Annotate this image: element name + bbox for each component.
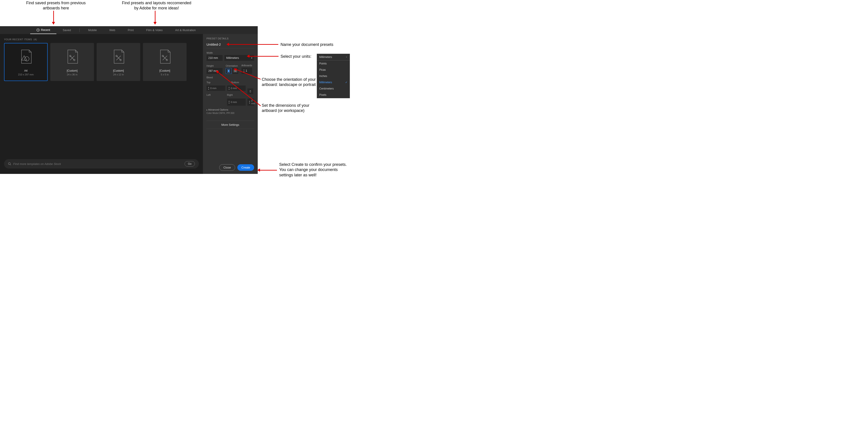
tab-film-video[interactable]: Film & Video — [140, 26, 169, 34]
tab-print[interactable]: Print — [122, 26, 140, 34]
tools-doc-icon — [112, 48, 125, 65]
tools-doc-icon — [66, 48, 79, 65]
card-name: [Custom] — [67, 69, 78, 72]
svg-marker-1 — [22, 56, 27, 60]
tab-art-illustration[interactable]: Art & Illustration — [169, 26, 202, 34]
check-icon: ✓ — [345, 81, 347, 84]
arrow-icon — [258, 170, 277, 171]
tab-mobile[interactable]: Mobile — [82, 26, 103, 34]
advanced-options-toggle[interactable]: ▸ Advanced Options — [207, 108, 254, 111]
search-icon — [8, 162, 11, 165]
section-title: YOUR RECENT ITEMS (4) — [4, 38, 199, 41]
units-dropdown: Millimeters ⌄ PointsPicasInchesMillimete… — [317, 54, 350, 98]
preset-card[interactable]: [Custom] 24 x 12 in — [97, 43, 140, 81]
stock-search-input[interactable] — [13, 162, 185, 165]
tools-doc-icon — [158, 48, 172, 65]
arrow-icon — [247, 56, 279, 57]
card-name: A4 — [24, 69, 28, 72]
tab-recent[interactable]: Recent — [30, 26, 56, 34]
arrow-icon — [216, 70, 260, 106]
card-name: [Custom] — [159, 69, 170, 72]
card-dims: 5 x 5 in — [161, 73, 169, 76]
units-option[interactable]: Millimeters✓ — [317, 79, 350, 86]
arrow-icon — [53, 11, 54, 24]
artboards-label: Artboards — [241, 64, 252, 67]
tab-saved[interactable]: Saved — [56, 26, 77, 34]
preset-card[interactable]: [Custom] 5 x 5 in — [143, 43, 187, 81]
category-tabs: Recent Saved Mobile Web Print Film & Vid… — [0, 26, 258, 34]
stock-search: Go — [4, 159, 199, 169]
annotation-saved: Find saved presets from previousartboard… — [20, 0, 92, 11]
height-label: Height — [207, 64, 223, 67]
panel-title: PRESET DETAILS — [207, 37, 254, 40]
svg-line-16 — [10, 164, 11, 165]
clock-icon — [36, 28, 40, 32]
orientation-label: Orientation — [226, 64, 238, 67]
arrow-icon — [227, 44, 278, 45]
go-button[interactable]: Go — [185, 161, 195, 166]
annotation-dimensions: Set the dimensions of your artboard (or … — [262, 103, 320, 114]
chevron-down-icon: ⌄ — [346, 56, 347, 59]
units-option[interactable]: Points — [317, 60, 350, 67]
card-dims: 24 x 36 in — [67, 73, 78, 76]
annotation-name: Name your document presets — [281, 42, 333, 47]
chevron-right-icon: ▸ — [207, 109, 208, 111]
annotation-orientation: Choose the orientation of your artboard:… — [262, 77, 318, 88]
units-option[interactable]: Picas — [317, 67, 350, 73]
arrow-icon — [155, 11, 155, 24]
color-mode-summary: Color Mode:CMYK, PPI:300 — [207, 112, 254, 114]
dialog-footer: Close Create — [207, 161, 254, 171]
svg-point-2 — [25, 57, 29, 61]
card-name: [Custom] — [113, 69, 124, 72]
units-dropdown-header[interactable]: Millimeters ⌄ — [317, 54, 350, 60]
annotation-recommended: Find presets and layouts reccomendedby A… — [116, 0, 197, 11]
close-button[interactable]: Close — [219, 164, 235, 171]
width-field[interactable]: 210 mm — [207, 55, 223, 61]
preset-card[interactable]: A4 210 x 297 mm — [4, 43, 48, 81]
annotation-units: Select your units: — [281, 54, 311, 59]
tab-label: Recent — [41, 28, 50, 32]
width-label: Width — [207, 52, 254, 54]
card-dims: 24 x 12 in — [113, 73, 124, 76]
document-name-field[interactable]: Untitled-2 — [207, 42, 254, 48]
create-button[interactable]: Create — [237, 164, 254, 171]
preset-cards: A4 210 x 297 mm [Custom] 24 x 36 in [Cus… — [4, 43, 199, 81]
shapes-doc-icon — [19, 48, 33, 65]
card-dims: 210 x 297 mm — [18, 73, 34, 76]
preset-gallery: YOUR RECENT ITEMS (4) A4 210 x 297 mm [C… — [0, 34, 203, 174]
chevron-down-icon: ▾ — [251, 57, 252, 59]
units-option[interactable]: Inches — [317, 73, 350, 79]
more-settings-button[interactable]: More Settings — [207, 121, 254, 129]
units-option[interactable]: Centimeters — [317, 86, 350, 92]
units-option[interactable]: Pixels — [317, 92, 350, 98]
tab-web[interactable]: Web — [103, 26, 122, 34]
svg-marker-24 — [216, 70, 219, 73]
preset-card[interactable]: [Custom] 24 x 36 in — [50, 43, 94, 81]
svg-point-15 — [8, 162, 10, 164]
svg-line-23 — [216, 70, 260, 106]
annotation-create: Select Create to confirm your presets. Y… — [279, 162, 351, 178]
